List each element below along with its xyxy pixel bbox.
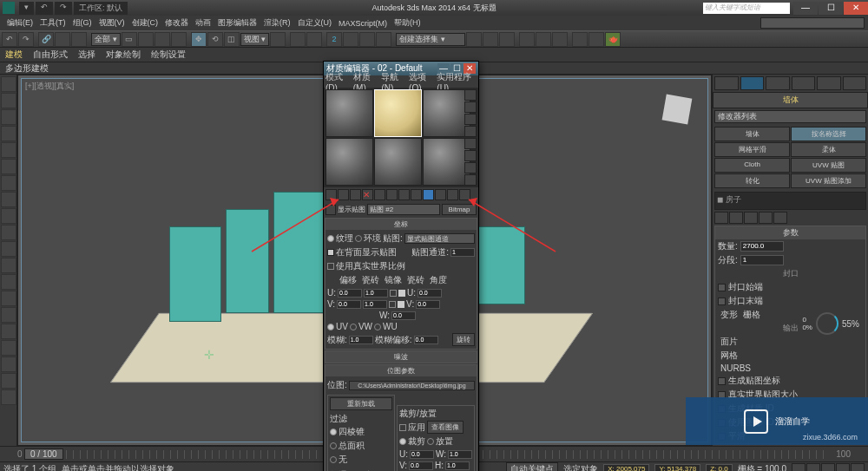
- goto-start-icon[interactable]: [792, 463, 806, 471]
- sample-slot-active[interactable]: [374, 89, 422, 137]
- frame-indicator[interactable]: 0 / 100: [24, 448, 63, 460]
- align-icon[interactable]: [483, 32, 498, 47]
- help-search[interactable]: 键入关键字或短语: [703, 3, 790, 14]
- crop-u[interactable]: 0.0: [410, 450, 434, 459]
- sample-tool-icon[interactable]: [464, 162, 477, 173]
- tool-icon[interactable]: [1, 389, 16, 405]
- sample-tool-icon[interactable]: [464, 101, 477, 113]
- menu-group[interactable]: 组(G): [69, 17, 95, 29]
- schematic-icon[interactable]: [536, 32, 551, 47]
- qa-btn[interactable]: ↶: [36, 2, 53, 15]
- curve-editor-icon[interactable]: [519, 32, 535, 47]
- menu-edit[interactable]: 编辑(E): [3, 17, 36, 29]
- select-icon[interactable]: ▭: [122, 32, 137, 47]
- motion-tab-icon[interactable]: [792, 76, 816, 90]
- undo-icon[interactable]: ↶: [2, 32, 17, 47]
- sample-tool-icon[interactable]: [464, 126, 477, 137]
- crop-h[interactable]: 1.0: [445, 461, 470, 470]
- workspace-combo[interactable]: 工作区: 默认: [74, 2, 128, 15]
- tool-icon[interactable]: [1, 192, 16, 207]
- menu-view[interactable]: 视图(V): [95, 17, 128, 29]
- sample-slot[interactable]: [326, 89, 373, 137]
- maxscript-listener[interactable]: [760, 17, 865, 29]
- v-offset[interactable]: 0.0: [337, 300, 361, 309]
- bluroff-spinner[interactable]: 0.0: [414, 336, 438, 344]
- remove-icon[interactable]: [759, 212, 773, 224]
- copy-icon[interactable]: [374, 189, 385, 200]
- keyboard-icon[interactable]: [306, 32, 322, 47]
- rotate-icon[interactable]: ⟲: [207, 32, 223, 47]
- cap-end-check[interactable]: [718, 298, 726, 305]
- uv-radio[interactable]: [327, 324, 334, 330]
- tool-icon[interactable]: [1, 258, 16, 273]
- none-radio[interactable]: [330, 456, 337, 463]
- sample-slot[interactable]: [326, 138, 373, 186]
- put-to-scene-icon[interactable]: [338, 189, 349, 200]
- window-crossing-icon[interactable]: [171, 32, 187, 47]
- tool-icon[interactable]: [1, 307, 16, 323]
- crop-v[interactable]: 0.0: [409, 461, 433, 470]
- hierarchy-tab-icon[interactable]: [766, 76, 790, 90]
- tool-icon[interactable]: [1, 109, 16, 125]
- autokey-button[interactable]: 自动关键点: [506, 462, 558, 472]
- modifier-list[interactable]: 修改器列表: [714, 110, 866, 123]
- tool-icon[interactable]: [1, 159, 16, 174]
- x-coord[interactable]: X: 2005.075: [603, 464, 649, 471]
- menu-tools[interactable]: 工具(T): [36, 17, 69, 29]
- tool-icon[interactable]: [1, 175, 16, 191]
- tab-selection[interactable]: 选择: [78, 49, 95, 61]
- reload-button[interactable]: 重新加载: [330, 397, 392, 410]
- minimize-button[interactable]: —: [793, 2, 818, 15]
- crop-radio[interactable]: [399, 438, 406, 445]
- mod-btn[interactable]: Cloth: [714, 158, 790, 173]
- unique-icon[interactable]: [744, 212, 758, 224]
- prev-frame-icon[interactable]: [806, 463, 820, 471]
- mapchannel-spinner[interactable]: 1: [450, 248, 475, 257]
- scale-icon[interactable]: ◫: [224, 32, 240, 47]
- goto-end-icon[interactable]: [851, 463, 865, 471]
- tool-icon[interactable]: [1, 357, 16, 372]
- material-editor-icon[interactable]: [552, 32, 568, 47]
- create-tab-icon[interactable]: [714, 76, 739, 90]
- bind-icon[interactable]: [71, 32, 87, 47]
- play-icon[interactable]: [821, 463, 835, 471]
- modify-tab-icon[interactable]: [740, 76, 765, 90]
- tool-icon[interactable]: [1, 291, 16, 306]
- crop-w[interactable]: 1.0: [448, 450, 472, 459]
- tool-icon[interactable]: [1, 373, 16, 389]
- tab-freeform[interactable]: 自由形式: [33, 49, 68, 61]
- go-parent-icon[interactable]: [447, 189, 458, 200]
- tab-modeling[interactable]: 建模: [5, 49, 23, 61]
- ref-coord-system[interactable]: 视图 ▾: [240, 33, 270, 46]
- sample-slot[interactable]: [423, 138, 470, 186]
- u-tile-chk[interactable]: [398, 290, 405, 297]
- v-mirror[interactable]: [389, 301, 396, 308]
- panel-polymodel[interactable]: 多边形建模: [5, 62, 49, 75]
- tool-icon[interactable]: [1, 208, 16, 224]
- rollout-header[interactable]: 位图参数: [326, 365, 477, 376]
- get-material-icon[interactable]: [326, 189, 337, 200]
- gen-coords-check[interactable]: [718, 377, 726, 385]
- show-map-icon[interactable]: [423, 189, 434, 200]
- tool-icon[interactable]: [1, 340, 16, 356]
- link-icon[interactable]: 🔗: [38, 32, 54, 47]
- display-tab-icon[interactable]: [817, 76, 841, 90]
- tab-paint-settings[interactable]: 绘制设置: [151, 49, 186, 61]
- tool-icon[interactable]: [1, 225, 16, 240]
- mod-btn[interactable]: 网格平滑: [714, 142, 790, 157]
- tab-paint[interactable]: 对象绘制: [106, 49, 141, 61]
- cap-start-check[interactable]: [718, 284, 726, 291]
- amount-spinner[interactable]: 2700.0: [740, 241, 784, 252]
- mod-btn[interactable]: 柔体: [791, 142, 866, 157]
- make-unique-icon[interactable]: [386, 189, 398, 200]
- manip-icon[interactable]: [290, 32, 306, 47]
- mod-btn[interactable]: 转化: [714, 173, 790, 188]
- render-frame-icon[interactable]: [589, 32, 604, 47]
- show-icon[interactable]: [729, 212, 743, 224]
- showback-check[interactable]: [327, 249, 334, 256]
- qa-btn[interactable]: ↷: [55, 2, 72, 15]
- redo-icon[interactable]: ↷: [18, 32, 34, 47]
- material-type-button[interactable]: Bitmap: [442, 204, 477, 215]
- mod-btn[interactable]: UVW 贴图: [791, 158, 866, 173]
- render-icon[interactable]: 🫖: [605, 32, 621, 47]
